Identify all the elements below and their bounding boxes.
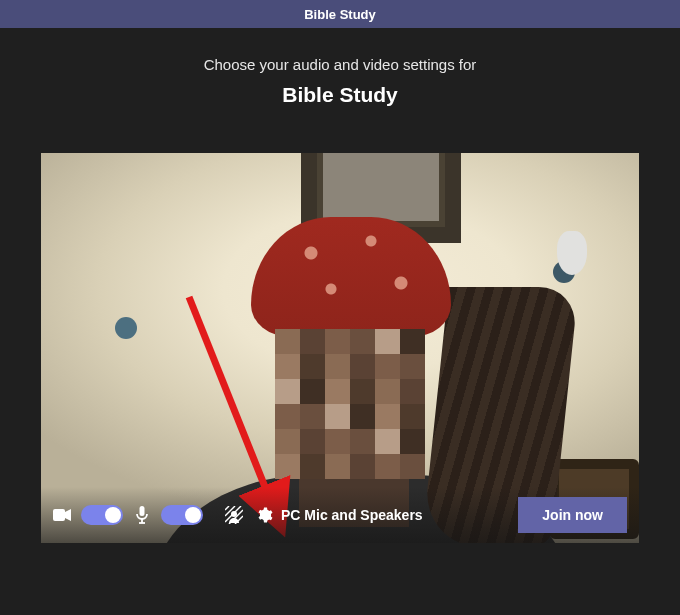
background-effects-icon[interactable]: [225, 506, 243, 524]
device-settings[interactable]: PC Mic and Speakers: [255, 506, 423, 524]
meeting-name: Bible Study: [0, 83, 680, 107]
prejoin-controls: PC Mic and Speakers Join now: [41, 487, 639, 543]
prejoin-header: Choose your audio and video settings for…: [0, 28, 680, 107]
mic-toggle[interactable]: [161, 505, 203, 525]
svg-line-5: [225, 506, 229, 510]
join-now-button[interactable]: Join now: [518, 497, 627, 533]
mic-icon: [133, 506, 151, 524]
svg-point-10: [231, 511, 237, 517]
gear-icon: [255, 506, 273, 524]
title-bar: Bible Study: [0, 0, 680, 28]
camera-icon: [53, 506, 71, 524]
svg-rect-1: [53, 509, 65, 521]
video-preview: PC Mic and Speakers Join now: [41, 153, 639, 543]
svg-rect-2: [140, 506, 145, 516]
camera-toggle[interactable]: [81, 505, 123, 525]
device-label: PC Mic and Speakers: [281, 507, 423, 523]
camera-feed: [41, 153, 639, 543]
window-title: Bible Study: [304, 7, 376, 22]
settings-prompt: Choose your audio and video settings for: [0, 56, 680, 73]
